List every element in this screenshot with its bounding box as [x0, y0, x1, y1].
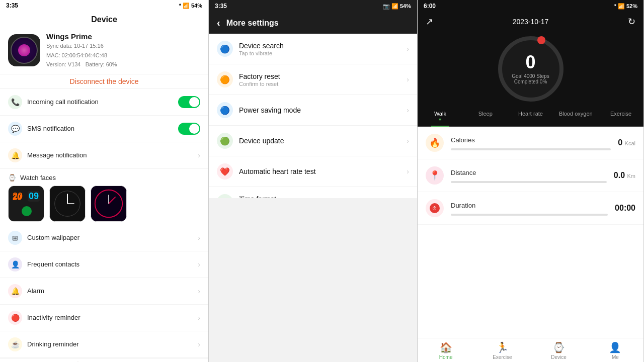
tab-blood-oxygen[interactable]: Blood oxygen [553, 107, 598, 126]
date-label: 2023-10-17 [513, 18, 549, 26]
time-1: 3:35 [6, 2, 18, 9]
status-icons-2: 📷 📶 54% [383, 3, 411, 10]
setting-row-message[interactable]: 🔔 Message notification › [0, 142, 208, 169]
setting-row-wallpaper[interactable]: ⊞ Custom wallpaper › [0, 225, 208, 251]
calories-icon: 🔥 [426, 134, 444, 152]
setting-row-alarm[interactable]: 🔔 Alarm › [0, 278, 208, 305]
phone2-more-settings: 3:35 📷 📶 54% ‹ More settings 🔵 Device se… [209, 0, 418, 362]
watch-face-2[interactable] [49, 186, 86, 222]
heart-rate-title: Automatic heart rate test [239, 167, 400, 175]
device-update-icon: 🟢 [217, 133, 233, 149]
svg-rect-0 [9, 186, 44, 222]
steps-count: 0 [525, 53, 535, 71]
watch-faces-row: 20 09 [8, 186, 200, 222]
home-icon-3: 🏠 [440, 341, 452, 353]
incoming-call-label: Incoming call notification [27, 98, 173, 106]
time-3: 6:00 [424, 3, 436, 10]
battery-3: 52% [626, 3, 637, 9]
device-version-battery: Version: V134 Battery: 60% [46, 60, 200, 69]
inactivity-icon: 🔴 [8, 311, 22, 325]
duration-value-wrap: 00:00 [615, 204, 635, 213]
inactivity-label: Inactivity reminder [27, 314, 193, 321]
steps-circle: 0 Goal 4000 Steps Completed 0% [498, 36, 564, 102]
device-icon-3: ⌚ [552, 341, 565, 353]
status-icons-1: * 📶 54% [179, 3, 202, 9]
me-label-3: Me [612, 354, 619, 360]
status-bar-3: 6:00 * 📶 52% [418, 0, 643, 12]
toggle-knob [189, 97, 199, 107]
tab-walk[interactable]: Walk ▾ [418, 107, 463, 126]
device-label-3: Device [551, 354, 567, 360]
wallpaper-icon: ⊞ [8, 231, 22, 245]
setting-row-contacts[interactable]: 👤 Frequent contacts › [0, 251, 208, 278]
wifi-2: 📶 [391, 3, 398, 10]
distance-bar [451, 181, 607, 183]
contacts-label: Frequent contacts [27, 260, 193, 268]
tab-sleep[interactable]: Sleep [463, 107, 508, 126]
duration-value: 00:00 [615, 204, 635, 212]
share-icon[interactable]: ↗ [426, 16, 433, 27]
settings-item-device-update[interactable]: 🟢 Device update › [209, 126, 417, 156]
me-icon-3: 👤 [609, 341, 621, 353]
calories-label: Calories [451, 136, 475, 144]
bt-icon: * [179, 3, 181, 9]
setting-row-sms: 💬 SMS notification [0, 116, 208, 142]
home-label-3: Home [439, 354, 453, 360]
svg-text:⏱: ⏱ [432, 206, 437, 211]
steps-goal: Goal 4000 Steps [512, 73, 549, 79]
stat-row-calories: 🔥 Calories 0 Kcal [418, 127, 643, 159]
drinking-icon: ☕ [8, 337, 22, 351]
message-chevron: › [198, 151, 200, 159]
signal-3: 📶 [618, 3, 625, 10]
setting-row-drinking[interactable]: ☕ Drinking reminder › [0, 331, 208, 358]
tab-exercise[interactable]: Exercise [598, 107, 643, 126]
incoming-call-icon: 📞 [8, 95, 22, 109]
phone1-device-screen: 3:35 * 📶 54% Device Wings Prime Sync dat… [0, 0, 209, 362]
heart-rate-content: Automatic heart rate test [239, 167, 400, 175]
contacts-icon: 👤 [8, 257, 22, 272]
time-format-icon: 🟢 [217, 194, 233, 198]
calories-value-wrap: 0 Kcal [618, 138, 635, 147]
incoming-call-toggle[interactable] [178, 96, 200, 108]
disconnect-button[interactable]: Disconnect the device [0, 74, 208, 89]
settings-list: 🔵 Device search Tap to vibrate › 🟠 Facto… [209, 34, 417, 198]
status-bar-2: 3:35 📷 📶 54% [209, 0, 417, 12]
tab-heart-rate[interactable]: Heart rate [508, 107, 553, 126]
more-settings-title: More settings [226, 19, 279, 28]
sms-toggle[interactable] [178, 123, 200, 135]
device-update-title: Device update [239, 137, 400, 145]
device-image [8, 34, 40, 66]
page-title-1: Device [0, 11, 208, 27]
toggle-knob-sms [189, 124, 199, 134]
nav3-home[interactable]: 🏠 Home [418, 341, 474, 360]
setting-row-inactivity[interactable]: 🔴 Inactivity reminder › [0, 305, 208, 331]
distance-value: 0.0 [614, 171, 625, 179]
watch-face-3[interactable] [91, 186, 127, 222]
phone3-health-screen: 6:00 * 📶 52% ↗ 2023-10-17 ↻ 0 Goal 4000 … [418, 0, 644, 362]
more-settings-topbar: ‹ More settings [209, 12, 417, 34]
device-update-content: Device update [239, 137, 400, 145]
settings-item-heart-rate[interactable]: ❤️ Automatic heart rate test › [209, 156, 417, 187]
bottom-nav-3: 🏠 Home 🏃 Exercise ⌚ Device 👤 Me [418, 338, 643, 362]
settings-item-device-search[interactable]: 🔵 Device search Tap to vibrate › [209, 34, 417, 64]
nav3-me[interactable]: 👤 Me [587, 341, 643, 360]
battery-1: 54% [191, 3, 202, 9]
distance-value-wrap: 0.0 Km [614, 171, 635, 180]
watch-faces-label: ⌚ Watch faces [8, 174, 200, 182]
back-button[interactable]: ‹ [217, 17, 220, 29]
settings-item-factory-reset[interactable]: 🟠 Factory reset Confirm to reset › [209, 64, 417, 95]
steps-completed: Completed 0% [514, 79, 547, 84]
nav3-device[interactable]: ⌚ Device [531, 341, 587, 360]
watch-face-1[interactable]: 20 09 [8, 186, 44, 222]
svg-point-3 [22, 206, 32, 216]
settings-item-power-saving[interactable]: 🔵 Power saving mode › [209, 95, 417, 126]
alarm-label: Alarm [27, 287, 193, 295]
signal-icon: 📶 [183, 3, 190, 9]
factory-reset-chevron: › [407, 75, 409, 83]
refresh-icon[interactable]: ↻ [628, 16, 635, 27]
stat-row-duration: ⏱ Duration 00:00 [418, 192, 643, 225]
duration-bar [451, 214, 608, 216]
nav3-exercise[interactable]: 🏃 Exercise [474, 341, 530, 360]
settings-item-time-format[interactable]: 🟢 Time format System default › [209, 187, 417, 198]
time-2: 3:35 [215, 3, 227, 10]
